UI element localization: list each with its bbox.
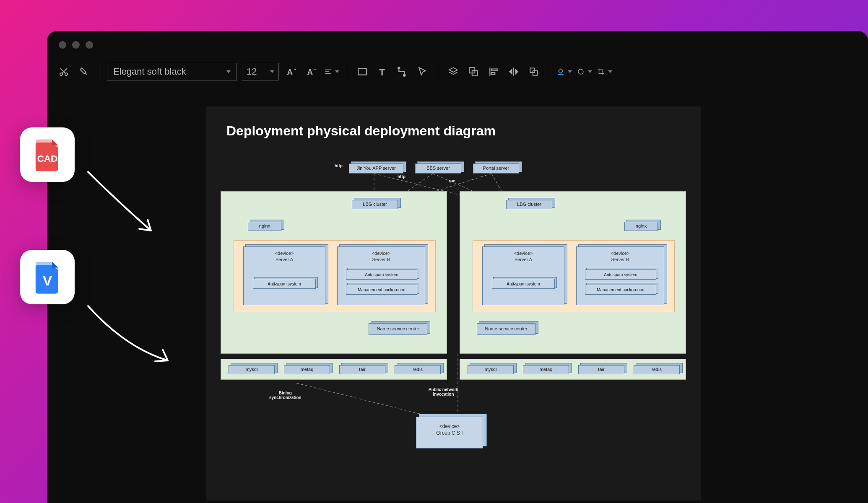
diagram-title: Deployment physical deployment diagram <box>206 106 701 150</box>
svg-rect-11 <box>358 68 366 75</box>
node-left-nginx[interactable]: nginx <box>248 222 281 231</box>
db-right-mysql[interactable]: mysql <box>468 365 514 374</box>
badge-cad-file[interactable]: CAD <box>20 127 75 182</box>
layers-icon[interactable] <box>446 64 461 79</box>
db-left-redis[interactable]: redis <box>395 365 441 374</box>
font-size-dropdown[interactable]: 12 <box>242 63 279 80</box>
device-group-csi[interactable]: <device>Group C S I <box>416 417 483 449</box>
node-left-name-service[interactable]: Name service center <box>369 323 427 335</box>
svg-text:T: T <box>379 67 385 77</box>
svg-point-0 <box>60 73 62 75</box>
device-right-server-a[interactable]: <device>Server A Anti-spam system <box>482 246 564 305</box>
badge-visio-file[interactable]: V <box>20 250 75 304</box>
svg-text:A: A <box>307 67 313 77</box>
divider <box>549 65 549 78</box>
crop-icon[interactable] <box>597 64 612 79</box>
region-right-db-row[interactable]: mysql metaq tair redis <box>460 359 686 380</box>
window-controls <box>47 31 868 59</box>
svg-rect-22 <box>558 74 564 75</box>
align-objects-icon[interactable] <box>486 64 501 79</box>
svg-rect-21 <box>533 71 538 75</box>
region-left-cluster[interactable]: LBG cluster nginx <device>Server A Anti-… <box>221 191 447 354</box>
svg-text:−: − <box>314 67 316 72</box>
connector-tool-icon[interactable] <box>395 64 410 79</box>
divider <box>99 65 99 78</box>
size-position-icon[interactable] <box>526 64 541 79</box>
svg-point-13 <box>398 67 400 69</box>
svg-point-14 <box>403 75 405 76</box>
db-left-tair[interactable]: tair <box>339 365 385 374</box>
maximize-window-icon[interactable] <box>86 41 93 49</box>
svg-rect-20 <box>530 68 535 73</box>
box-left-b-mgmt[interactable]: Management background <box>346 285 417 295</box>
node-top-server-1[interactable]: BBS server <box>415 163 461 174</box>
svg-text:+: + <box>294 67 296 72</box>
toolbar: Elegant soft black 12 A+ A− T <box>47 59 868 90</box>
app-window: Elegant soft black 12 A+ A− T <box>47 31 868 503</box>
node-right-nginx[interactable]: nginx <box>624 222 658 231</box>
box-left-a-anti-spam[interactable]: Anti-spam system <box>253 279 316 289</box>
svg-rect-18 <box>491 69 497 71</box>
svg-text:A: A <box>287 67 293 77</box>
device-left-server-a[interactable]: <device>Server A Anti-spam system <box>243 246 325 305</box>
increase-font-icon[interactable]: A+ <box>284 64 299 79</box>
font-size-value: 12 <box>247 66 257 77</box>
svg-text:V: V <box>43 272 52 288</box>
svg-point-23 <box>578 69 583 74</box>
minimize-window-icon[interactable] <box>72 41 80 49</box>
node-top-server-2[interactable]: Portal server <box>473 163 519 174</box>
label-public-net: Public network invocation <box>429 387 458 397</box>
svg-text:CAD: CAD <box>37 153 58 164</box>
decrease-font-icon[interactable]: A− <box>304 64 319 79</box>
style-dropdown-value: Elegant soft black <box>113 66 186 77</box>
pointer-tool-icon[interactable] <box>415 64 430 79</box>
diagram-canvas[interactable]: Deployment physical deployment diagram <box>206 106 701 500</box>
node-right-lbg[interactable]: LBG cluster <box>506 200 552 209</box>
label-rpc: rpc <box>449 179 455 183</box>
label-binlog: Binlog synchronization <box>269 391 301 400</box>
region-right-cluster[interactable]: LBG cluster nginx <device>Server A Anti-… <box>460 191 686 354</box>
region-left-devices[interactable]: <device>Server A Anti-spam system <devic… <box>234 240 436 312</box>
rectangle-tool-icon[interactable] <box>355 64 370 79</box>
cut-icon[interactable] <box>56 64 71 79</box>
device-left-server-b[interactable]: <device>Server B Anti-spam system Manage… <box>337 246 425 305</box>
flip-icon[interactable] <box>506 64 521 79</box>
align-text-icon[interactable] <box>324 64 339 79</box>
region-left-db-row[interactable]: mysql metaq tair redis <box>221 359 447 380</box>
label-http-left: http <box>335 163 343 168</box>
box-left-b-anti-spam[interactable]: Anti-spam system <box>346 270 417 280</box>
region-right-devices[interactable]: <device>Server A Anti-spam system <devic… <box>473 240 675 312</box>
db-right-redis[interactable]: redis <box>634 365 680 374</box>
arrow-cad-to-canvas <box>80 163 172 247</box>
arrow-visio-to-canvas <box>80 298 185 377</box>
svg-rect-19 <box>491 73 495 74</box>
db-left-mysql[interactable]: mysql <box>229 365 275 374</box>
text-tool-icon[interactable]: T <box>375 64 390 79</box>
db-right-metaq[interactable]: metaq <box>523 365 569 374</box>
svg-line-36 <box>296 383 441 419</box>
close-window-icon[interactable] <box>59 41 66 49</box>
box-right-b-anti-spam[interactable]: Anti-spam system <box>585 270 656 280</box>
box-right-a-anti-spam[interactable]: Anti-spam system <box>492 279 555 289</box>
label-http-below: http <box>398 174 405 179</box>
box-right-b-mgmt[interactable]: Management background <box>585 285 656 295</box>
format-painter-icon[interactable] <box>76 64 91 79</box>
style-dropdown[interactable]: Elegant soft black <box>107 63 237 80</box>
divider <box>347 65 347 78</box>
db-left-metaq[interactable]: metaq <box>284 365 330 374</box>
node-left-lbg[interactable]: LBG cluster <box>352 200 398 209</box>
node-top-server-0[interactable]: Jin You APP server <box>349 163 403 174</box>
divider <box>438 65 438 78</box>
db-right-tair[interactable]: tair <box>578 365 624 374</box>
group-icon[interactable] <box>466 64 481 79</box>
line-style-icon[interactable] <box>577 64 592 79</box>
fill-color-icon[interactable] <box>557 64 572 79</box>
device-right-server-b[interactable]: <device>Server B Anti-spam system Manage… <box>576 246 664 305</box>
node-right-name-service[interactable]: Name service center <box>477 323 535 335</box>
svg-point-1 <box>65 73 68 75</box>
